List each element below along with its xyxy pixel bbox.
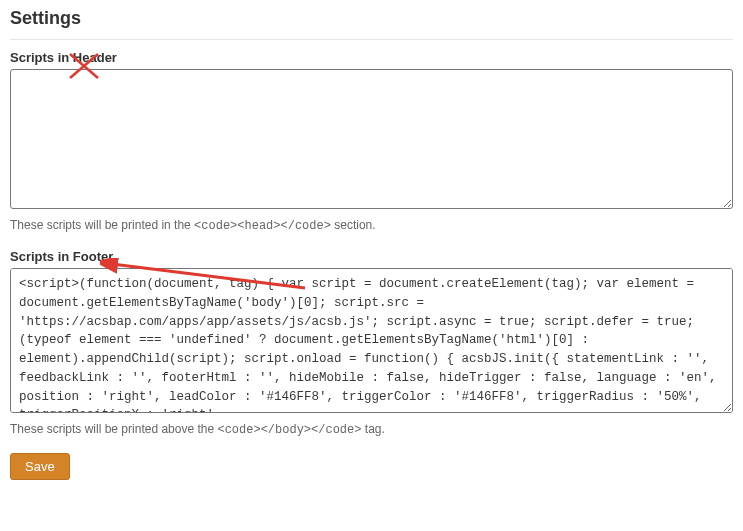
header-help-post: section. bbox=[331, 218, 376, 232]
footer-scripts-textarea[interactable] bbox=[10, 268, 733, 413]
footer-help-code: <code></body></code> bbox=[217, 423, 361, 437]
footer-help-post: tag. bbox=[361, 422, 384, 436]
footer-help-text: These scripts will be printed above the … bbox=[10, 422, 733, 437]
footer-help-pre: These scripts will be printed above the bbox=[10, 422, 217, 436]
header-scripts-label: Scripts in Header bbox=[10, 50, 733, 65]
header-help-code: <code><head></code> bbox=[194, 219, 331, 233]
save-button[interactable]: Save bbox=[10, 453, 70, 480]
annotation-arrow-to-save-icon bbox=[50, 484, 220, 488]
page-title: Settings bbox=[10, 8, 733, 40]
header-scripts-textarea[interactable] bbox=[10, 69, 733, 209]
header-help-text: These scripts will be printed in the <co… bbox=[10, 218, 733, 233]
header-help-pre: These scripts will be printed in the bbox=[10, 218, 194, 232]
footer-scripts-label: Scripts in Footer bbox=[10, 249, 733, 264]
